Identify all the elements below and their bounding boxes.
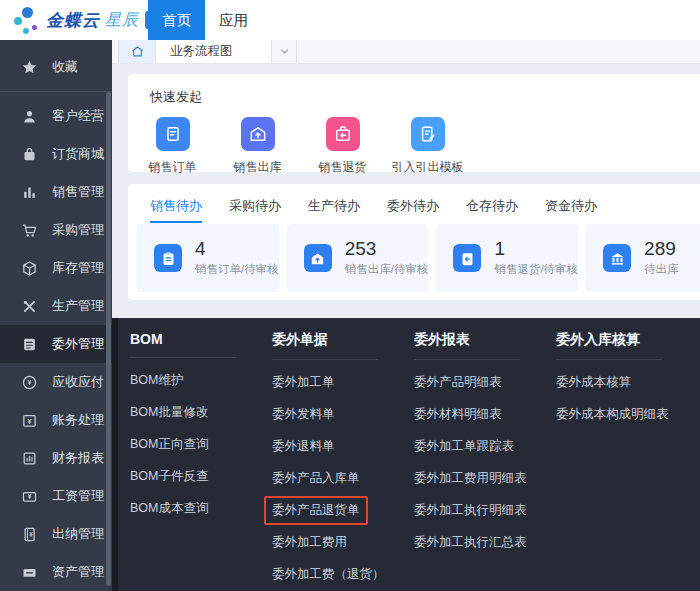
todo-tab[interactable]: 采购待办 bbox=[229, 197, 281, 223]
todo-card-value: 1 bbox=[494, 239, 578, 258]
flyout-menu-item[interactable]: BOM成本查询 bbox=[130, 492, 272, 524]
quick-launch-item[interactable]: 引入引出模板 bbox=[385, 117, 470, 176]
sidebar-item[interactable]: 生产管理 bbox=[0, 287, 112, 325]
quick-launch-label: 销售出库 bbox=[234, 159, 282, 176]
todo-card[interactable]: 4销售订单/待审核 bbox=[137, 224, 279, 292]
sidebar-item[interactable]: 资产管理 bbox=[0, 553, 112, 591]
warehouse-up-icon bbox=[241, 117, 275, 151]
top-nav: 金蝶云 星辰 专业版 首页应用 bbox=[0, 0, 700, 40]
quick-launch-row: 销售订单销售出库销售退货引入引出模板 bbox=[128, 117, 700, 176]
flyout-menu-item[interactable]: 委外加工单 bbox=[272, 366, 414, 398]
todo-panel: 销售待办采购待办生产待办委外待办仓存待办资金待办 4销售订单/待审核 253销售… bbox=[128, 184, 700, 300]
flyout-menu-item[interactable]: 委外加工费用 bbox=[272, 526, 414, 558]
flyout-menu-item[interactable]: 委外产品退货单 bbox=[272, 494, 414, 526]
tab-business-flow[interactable]: 业务流程图 bbox=[156, 40, 272, 63]
shop-bag-icon bbox=[21, 146, 38, 163]
flyout-menu-item[interactable]: 委外加工费（退货） bbox=[272, 558, 414, 590]
home-icon bbox=[130, 44, 145, 59]
todo-tab[interactable]: 销售待办 bbox=[150, 197, 202, 223]
sidebar-item[interactable]: 订货商城 bbox=[0, 135, 112, 173]
sidebar-item[interactable]: 采购管理 bbox=[0, 211, 112, 249]
flyout-column: 委外报表 委外产品明细表委外材料明细表委外加工单跟踪表委外加工费用明细表委外加工… bbox=[414, 331, 556, 591]
flyout-column-title: 委外入库核算 bbox=[556, 331, 698, 349]
flyout-menu-item[interactable]: BOM正向查询 bbox=[130, 428, 272, 460]
svg-text:¥: ¥ bbox=[28, 493, 32, 500]
nav-tab-home[interactable]: 首页 bbox=[148, 0, 205, 40]
flyout-menu-item[interactable]: BOM维护 bbox=[130, 364, 272, 396]
svg-text:¥: ¥ bbox=[28, 379, 32, 387]
todo-card[interactable]: 289待出库 bbox=[586, 224, 700, 292]
quick-launch-label: 引入引出模板 bbox=[392, 159, 464, 176]
flyout-column-title: 委外报表 bbox=[414, 331, 556, 349]
flyout-menu-item[interactable]: 委外成本构成明细表 bbox=[556, 398, 698, 430]
sidebar-item-favorites[interactable]: 收藏 bbox=[0, 48, 112, 86]
flyout-menu-item[interactable]: 委外产品明细表 bbox=[414, 366, 556, 398]
sidebar-item[interactable]: ¥应收应付 bbox=[0, 363, 112, 401]
sidebar-item-label: 收藏 bbox=[52, 58, 78, 76]
app-window: 金蝶云 星辰 专业版 首页应用 业务流程图 收藏 客户经营订货商城销售管理采购管… bbox=[0, 0, 700, 591]
flyout-menu-item[interactable]: 委外加工单跟踪表 bbox=[414, 430, 556, 462]
todo-tab[interactable]: 资金待办 bbox=[545, 197, 597, 223]
todo-card[interactable]: 253销售出库/待审核 bbox=[287, 224, 429, 292]
flyout-column: 委外入库核算 委外成本核算委外成本构成明细表 bbox=[556, 331, 698, 591]
sidebar-item-label: 订货商城 bbox=[52, 145, 104, 163]
flyout-column-divider bbox=[272, 359, 378, 360]
bar-chart-icon bbox=[21, 184, 38, 201]
flyout-menu-item[interactable]: 委外发料单 bbox=[272, 398, 414, 430]
sidebar-menu: 客户经营订货商城销售管理采购管理库存管理生产管理委外管理¥应收应付¥账务处理财务… bbox=[0, 97, 112, 591]
sidebar-item-label: 财务报表 bbox=[52, 449, 104, 467]
todo-cards: 4销售订单/待审核 253销售出库/待审核 1销售退货/待审核 289待出库 bbox=[137, 224, 700, 292]
flyout-menu-item[interactable]: 委外加工执行明细表 bbox=[414, 494, 556, 526]
flyout-menu-item[interactable]: BOM子件反查 bbox=[130, 460, 272, 492]
todo-card-label: 销售出库/待审核 bbox=[345, 262, 429, 277]
sidebar-item-label: 资产管理 bbox=[52, 563, 104, 581]
bag-return-icon bbox=[326, 117, 360, 151]
flyout-menu-item[interactable]: BOM批量修改 bbox=[130, 396, 272, 428]
doc-icon bbox=[156, 117, 190, 151]
asset-icon bbox=[21, 564, 38, 581]
flyout-column-title: BOM bbox=[130, 331, 272, 347]
todo-card-label: 销售订单/待审核 bbox=[195, 262, 279, 277]
flyout-column-divider bbox=[556, 359, 662, 360]
sidebar-item[interactable]: 客户经营 bbox=[0, 97, 112, 135]
flyout-column-divider bbox=[414, 359, 520, 360]
todo-tab[interactable]: 生产待办 bbox=[308, 197, 360, 223]
brand-sub-name: 星辰 bbox=[105, 10, 139, 31]
salary-icon: ¥ bbox=[21, 488, 38, 505]
todo-card[interactable]: 1销售退货/待审核 bbox=[436, 224, 578, 292]
quick-launch-item[interactable]: 销售订单 bbox=[130, 117, 215, 176]
flyout-column-list: 委外成本核算委外成本构成明细表 bbox=[556, 366, 698, 430]
sidebar-item-label: 账务处理 bbox=[52, 411, 104, 429]
sidebar-item[interactable]: ¥工资管理 bbox=[0, 477, 112, 515]
sidebar-item[interactable]: 销售管理 bbox=[0, 173, 112, 211]
todo-tab[interactable]: 仓存待办 bbox=[466, 197, 518, 223]
sidebar-item[interactable]: ¥出纳管理 bbox=[0, 515, 112, 553]
flyout-column: BOM BOM维护BOM批量修改BOM正向查询BOM子件反查BOM成本查询 bbox=[130, 331, 272, 591]
home-button[interactable] bbox=[118, 40, 156, 63]
flyout-menu-item[interactable]: 委外退料单 bbox=[272, 430, 414, 462]
tab-dropdown-button[interactable] bbox=[272, 40, 297, 63]
flyout-menu-item[interactable]: 委外材料明细表 bbox=[414, 398, 556, 430]
flyout-column-divider bbox=[130, 357, 236, 358]
todo-card-text: 1销售退货/待审核 bbox=[494, 239, 578, 277]
sidebar-item[interactable]: 库存管理 bbox=[0, 249, 112, 287]
sidebar-divider bbox=[0, 91, 112, 92]
flyout-menu-item[interactable]: 委外加工执行汇总表 bbox=[414, 526, 556, 558]
nav-tab-apps[interactable]: 应用 bbox=[205, 0, 262, 40]
flyout-column-list: 委外产品明细表委外材料明细表委外加工单跟踪表委外加工费用明细表委外加工执行明细表… bbox=[414, 366, 556, 558]
quick-launch-item[interactable]: 销售出库 bbox=[215, 117, 300, 176]
outsource-flyout-menu: BOM BOM维护BOM批量修改BOM正向查询BOM子件反查BOM成本查询委外单… bbox=[112, 318, 700, 591]
todo-card-text: 253销售出库/待审核 bbox=[345, 239, 429, 277]
sidebar-scrollbar[interactable] bbox=[106, 92, 111, 586]
flyout-column-title: 委外单据 bbox=[272, 331, 414, 349]
sidebar-item[interactable]: ¥账务处理 bbox=[0, 401, 112, 439]
flyout-menu-item[interactable]: 委外产品入库单 bbox=[272, 462, 414, 494]
quick-launch-label: 销售订单 bbox=[149, 159, 197, 176]
quick-launch-item[interactable]: 销售退货 bbox=[300, 117, 385, 176]
flyout-menu-item[interactable]: 委外成本核算 bbox=[556, 366, 698, 398]
sidebar-item[interactable]: 财务报表 bbox=[0, 439, 112, 477]
sidebar-item[interactable]: 委外管理 bbox=[0, 325, 112, 363]
todo-card-value: 253 bbox=[345, 239, 429, 258]
todo-tab[interactable]: 委外待办 bbox=[387, 197, 439, 223]
flyout-menu-item[interactable]: 委外加工费用明细表 bbox=[414, 462, 556, 494]
